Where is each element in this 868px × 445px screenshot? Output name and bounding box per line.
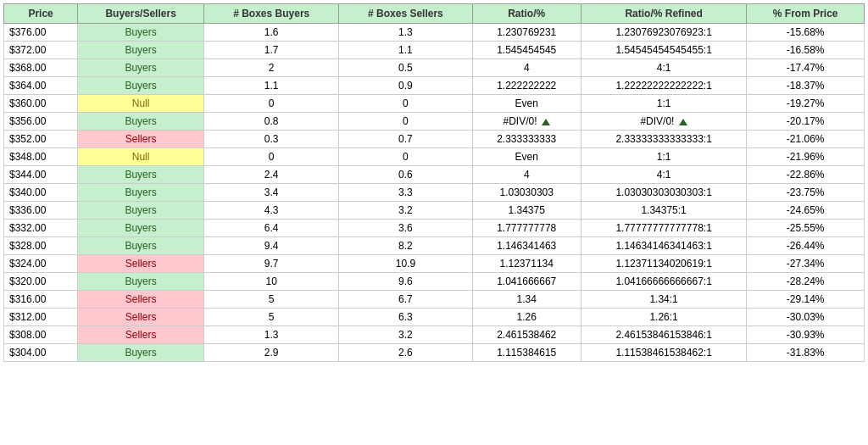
table-row: $336.00Buyers4.33.21.343751.34375:1-24.6…	[4, 202, 865, 220]
column-header: % From Price	[747, 4, 865, 24]
ratio-refined-cell: 1.26:1	[581, 309, 746, 326]
from-price-cell: -21.96%	[747, 148, 865, 166]
ratio-refined-cell: 1.04166666666667:1	[581, 273, 746, 291]
boxes-sellers-cell: 6.3	[339, 309, 472, 326]
boxes-buyers-cell: 9.4	[204, 237, 339, 255]
boxes-sellers-cell: 3.6	[339, 220, 472, 237]
table-row: $376.00Buyers1.61.31.2307692311.23076923…	[4, 24, 865, 42]
ratio-cell: 2.461538462	[472, 326, 581, 344]
price-cell: $316.00	[4, 291, 78, 309]
buyers-sellers-cell: Buyers	[78, 220, 204, 237]
main-table: PriceBuyers/Sellers# Boxes Buyers# Boxes…	[3, 3, 865, 362]
buyers-sellers-cell: Buyers	[78, 113, 204, 131]
table-row: $364.00Buyers1.10.91.2222222221.22222222…	[4, 77, 865, 95]
ratio-cell: 1.222222222	[472, 77, 581, 95]
boxes-sellers-cell: 2.6	[339, 344, 472, 362]
boxes-sellers-cell: 10.9	[339, 255, 472, 273]
price-cell: $360.00	[4, 95, 78, 113]
price-cell: $336.00	[4, 202, 78, 220]
price-cell: $368.00	[4, 59, 78, 77]
buyers-sellers-cell: Sellers	[78, 255, 204, 273]
boxes-sellers-cell: 0.7	[339, 131, 472, 148]
ratio-refined-cell: 1.34375:1	[581, 202, 746, 220]
ratio-cell: 1.03030303	[472, 184, 581, 202]
ratio-refined-cell: 2.46153846153846:1	[581, 326, 746, 344]
boxes-buyers-cell: 5	[204, 309, 339, 326]
ratio-cell: 4	[472, 59, 581, 77]
from-price-cell: -18.37%	[747, 77, 865, 95]
ratio-refined-cell: 1.22222222222222:1	[581, 77, 746, 95]
from-price-cell: -17.47%	[747, 59, 865, 77]
boxes-sellers-cell: 3.3	[339, 184, 472, 202]
ratio-cell: 1.777777778	[472, 220, 581, 237]
price-cell: $356.00	[4, 113, 78, 131]
ratio-refined-cell: 1:1	[581, 95, 746, 113]
buyers-sellers-cell: Sellers	[78, 291, 204, 309]
table-row: $372.00Buyers1.71.11.5454545451.54545454…	[4, 42, 865, 59]
boxes-buyers-cell: 2.9	[204, 344, 339, 362]
ratio-cell: 1.12371134	[472, 255, 581, 273]
buyers-sellers-cell: Buyers	[78, 77, 204, 95]
table-row: $332.00Buyers6.43.61.7777777781.77777777…	[4, 220, 865, 237]
boxes-buyers-cell: 9.7	[204, 255, 339, 273]
ratio-refined-cell: 4:1	[581, 59, 746, 77]
boxes-sellers-cell: 0	[339, 148, 472, 166]
boxes-sellers-cell: 1.3	[339, 24, 472, 42]
ratio-cell: 1.041666667	[472, 273, 581, 291]
boxes-sellers-cell: 0	[339, 95, 472, 113]
price-cell: $364.00	[4, 77, 78, 95]
from-price-cell: -30.03%	[747, 309, 865, 326]
price-cell: $352.00	[4, 131, 78, 148]
price-cell: $320.00	[4, 273, 78, 291]
price-cell: $324.00	[4, 255, 78, 273]
boxes-sellers-cell: 0.9	[339, 77, 472, 95]
ratio-cell: 1.26	[472, 309, 581, 326]
boxes-sellers-cell: 9.6	[339, 273, 472, 291]
table-row: $316.00Sellers56.71.341.34:1-29.14%	[4, 291, 865, 309]
ratio-refined-cell: 1.77777777777778:1	[581, 220, 746, 237]
from-price-cell: -23.75%	[747, 184, 865, 202]
buyers-sellers-cell: Buyers	[78, 273, 204, 291]
buyers-sellers-cell: Buyers	[78, 202, 204, 220]
from-price-cell: -24.65%	[747, 202, 865, 220]
table-row: $324.00Sellers9.710.91.123711341.1237113…	[4, 255, 865, 273]
buyers-sellers-cell: Buyers	[78, 42, 204, 59]
column-header: Ratio/%	[472, 4, 581, 24]
ratio-refined-cell: 1.11538461538462:1	[581, 344, 746, 362]
boxes-buyers-cell: 4.3	[204, 202, 339, 220]
table-row: $328.00Buyers9.48.21.1463414631.14634146…	[4, 237, 865, 255]
from-price-cell: -26.44%	[747, 237, 865, 255]
ratio-refined-cell: 1:1	[581, 148, 746, 166]
boxes-sellers-cell: 0.5	[339, 59, 472, 77]
boxes-sellers-cell: 3.2	[339, 202, 472, 220]
boxes-buyers-cell: 2.4	[204, 166, 339, 184]
table-row: $356.00Buyers0.80#DIV/0! #DIV/0! -20.17%	[4, 113, 865, 131]
price-cell: $376.00	[4, 24, 78, 42]
ratio-refined-cell: 1.12371134020619:1	[581, 255, 746, 273]
from-price-cell: -29.14%	[747, 291, 865, 309]
ratio-cell: Even	[472, 148, 581, 166]
ratio-cell: 1.34375	[472, 202, 581, 220]
boxes-sellers-cell: 0.6	[339, 166, 472, 184]
from-price-cell: -31.83%	[747, 344, 865, 362]
buyers-sellers-cell: Null	[78, 148, 204, 166]
ratio-indicator-up	[542, 119, 550, 125]
boxes-buyers-cell: 0.3	[204, 131, 339, 148]
buyers-sellers-cell: Buyers	[78, 166, 204, 184]
boxes-sellers-cell: 0	[339, 113, 472, 131]
boxes-buyers-cell: 0.8	[204, 113, 339, 131]
ratio-cell: 1.34	[472, 291, 581, 309]
boxes-sellers-cell: 1.1	[339, 42, 472, 59]
ratio-refined-indicator	[679, 119, 687, 125]
from-price-cell: -27.34%	[747, 255, 865, 273]
from-price-cell: -21.06%	[747, 131, 865, 148]
ratio-refined-cell: 1.14634146341463:1	[581, 237, 746, 255]
boxes-buyers-cell: 10	[204, 273, 339, 291]
column-header: Buyers/Sellers	[78, 4, 204, 24]
buyers-sellers-cell: Buyers	[78, 184, 204, 202]
ratio-refined-cell: 1.54545454545455:1	[581, 42, 746, 59]
buyers-sellers-cell: Sellers	[78, 326, 204, 344]
from-price-cell: -25.55%	[747, 220, 865, 237]
column-header: Ratio/% Refined	[581, 4, 746, 24]
boxes-buyers-cell: 1.6	[204, 24, 339, 42]
